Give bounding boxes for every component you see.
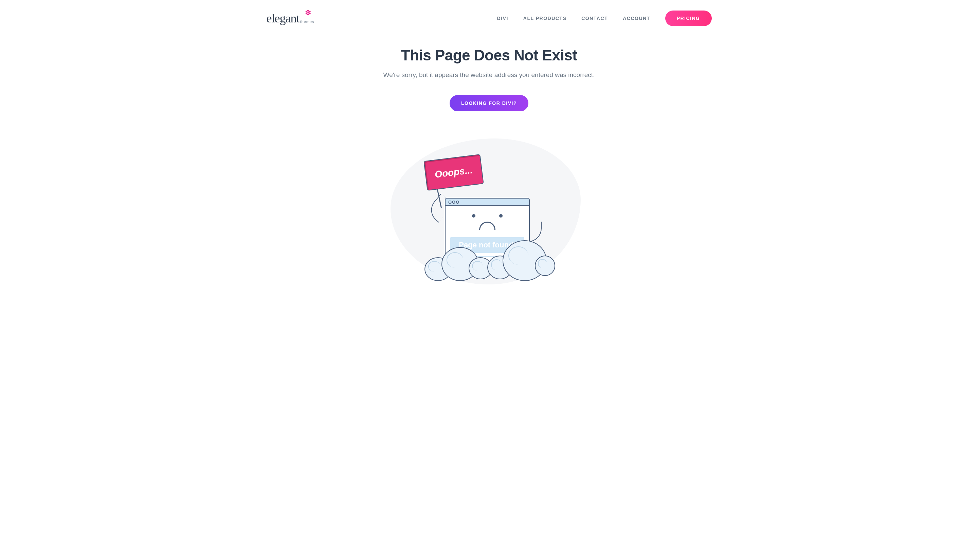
nav-link-account[interactable]: ACCOUNT <box>623 16 650 21</box>
brand-word: elegant <box>267 12 299 25</box>
brand-subword: themes <box>300 20 314 24</box>
brand-logo[interactable]: elegant themes ✽ <box>267 12 314 25</box>
face-eyes <box>450 214 524 218</box>
flower-icon: ✽ <box>305 9 311 17</box>
primary-nav: DIVI ALL PRODUCTS CONTACT ACCOUNT PRICIN… <box>497 10 712 26</box>
nav-link-contact[interactable]: CONTACT <box>581 16 608 21</box>
site-header: elegant themes ✽ DIVI ALL PRODUCTS CONTA… <box>242 0 736 30</box>
cloud-icon <box>535 255 555 276</box>
frown-icon <box>479 222 496 230</box>
looking-for-divi-button[interactable]: LOOKING FOR DIVI? <box>450 95 528 111</box>
ooops-flag-text: Ooops... <box>434 165 473 180</box>
nav-link-all-products[interactable]: ALL PRODUCTS <box>523 16 566 21</box>
error-illustration: Ooops... OOO Page not found! <box>394 138 584 284</box>
nav-link-divi[interactable]: DIVI <box>497 16 508 21</box>
eye-right-icon <box>499 214 502 218</box>
nav-link-pricing[interactable]: PRICING <box>665 10 712 26</box>
page-subtitle: We're sorry, but it appears the website … <box>242 71 736 79</box>
error-main: This Page Does Not Exist We're sorry, bu… <box>242 30 736 284</box>
eye-left-icon <box>472 214 476 218</box>
page-title: This Page Does Not Exist <box>242 47 736 64</box>
browser-titlebar: OOO <box>446 198 529 206</box>
